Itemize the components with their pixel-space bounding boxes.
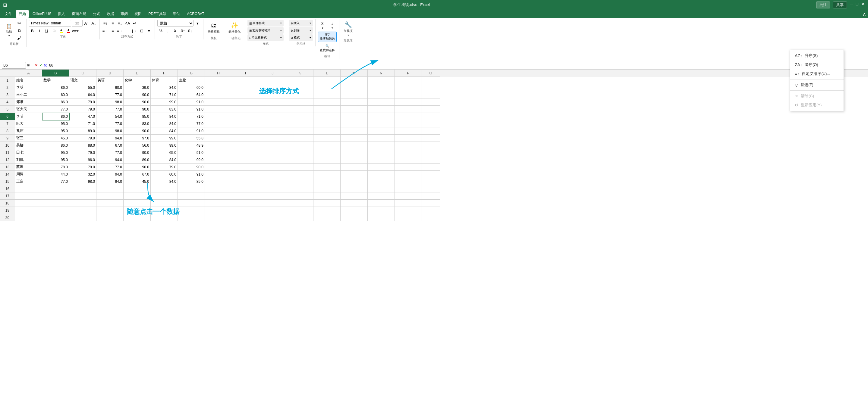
cell-m1[interactable] <box>341 77 368 84</box>
share-button[interactable]: 共享 <box>833 1 847 8</box>
cell-D8[interactable]: 98.0 <box>96 127 124 135</box>
cell-N15[interactable] <box>368 178 395 185</box>
cell-D11[interactable]: 77.0 <box>96 149 124 156</box>
merge-dropdown-button[interactable]: ▾ <box>146 27 152 34</box>
cell-D5[interactable]: 77.0 <box>96 106 124 113</box>
cell-ref-input[interactable] <box>2 62 26 69</box>
cell-B2[interactable]: 86.0 <box>42 84 69 91</box>
cell-I13[interactable] <box>232 164 259 171</box>
cell-N16[interactable] <box>368 185 395 192</box>
cell-H11[interactable] <box>205 149 232 156</box>
cell-A9[interactable]: 张三 <box>15 135 42 142</box>
cell-A12[interactable]: 刘戳 <box>15 156 42 164</box>
menu-view[interactable]: 视图 <box>131 10 145 18</box>
cell-A6[interactable]: 李节 <box>15 113 42 120</box>
menu-pdftoolbox[interactable]: PDF工具箱 <box>145 10 169 18</box>
cell-l1[interactable] <box>313 77 341 84</box>
cell-G13[interactable]: 90.0 <box>178 164 205 171</box>
cell-G9[interactable]: 55.8 <box>178 135 205 142</box>
col-header-j[interactable]: J <box>259 70 286 77</box>
cell-e1[interactable]: 化学 <box>124 77 151 84</box>
cell-P20[interactable] <box>422 214 440 221</box>
cell-L14[interactable] <box>313 171 341 178</box>
cell-I4[interactable] <box>232 98 259 106</box>
row-num-18[interactable]: 18 <box>0 200 15 207</box>
row-num-10[interactable]: 10 <box>0 142 15 149</box>
border-button[interactable]: ⊞ <box>51 27 57 34</box>
cell-N17[interactable] <box>368 192 395 200</box>
cell-M5[interactable] <box>341 106 368 113</box>
cell-H9[interactable] <box>205 135 232 142</box>
row-num-3[interactable]: 3 <box>0 91 15 98</box>
row-num-7[interactable]: 7 <box>0 120 15 127</box>
cell-K8[interactable] <box>286 127 313 135</box>
cell-A8[interactable]: 孔庙 <box>15 127 42 135</box>
text-angle-button[interactable]: ↗A <box>124 20 130 27</box>
col-header-g[interactable]: G <box>178 70 205 77</box>
format-cells-button[interactable]: ⚙ 格式 ▾ <box>289 34 313 41</box>
cell-F11[interactable]: 65.0 <box>151 149 178 156</box>
cell-D15[interactable]: 94.0 <box>96 178 124 185</box>
formula-bar-expand-icon[interactable]: ⊞ <box>27 64 30 67</box>
cell-g1[interactable]: 生物 <box>178 77 205 84</box>
cell-E4[interactable]: 90.0 <box>124 98 151 106</box>
cell-E15[interactable]: 45.0 <box>124 178 151 185</box>
cell-F10[interactable]: 99.0 <box>151 142 178 149</box>
font-size-input[interactable] <box>72 20 83 27</box>
cell-B12[interactable]: 95.0 <box>42 156 69 164</box>
cell-N3[interactable] <box>368 91 395 98</box>
cell-N8[interactable] <box>368 127 395 135</box>
align-left-button[interactable]: ≡← <box>102 27 109 34</box>
find-select-button[interactable]: 🔍 查找和选择 <box>318 43 337 54</box>
cell-K3[interactable] <box>286 91 313 98</box>
cell-I17[interactable] <box>232 192 259 200</box>
cell-F13[interactable]: 79.0 <box>151 164 178 171</box>
align-top-button[interactable]: ≡↑ <box>102 20 109 27</box>
row-num-12[interactable]: 12 <box>0 156 15 164</box>
cell-H3[interactable] <box>205 91 232 98</box>
cell-M20[interactable] <box>341 214 368 221</box>
row-num-20[interactable]: 20 <box>0 214 15 221</box>
cell-A20[interactable] <box>15 214 42 221</box>
cell-M11[interactable] <box>341 149 368 156</box>
cell-B5[interactable]: 77.0 <box>42 106 69 113</box>
cell-F5[interactable]: 83.0 <box>151 106 178 113</box>
cell-F18[interactable] <box>151 200 178 207</box>
wrap-text-button[interactable]: ↵ <box>131 20 138 27</box>
cell-n1[interactable] <box>368 77 395 84</box>
cell-A17[interactable] <box>15 192 42 200</box>
cell-k1[interactable] <box>286 77 313 84</box>
cell-H13[interactable] <box>205 164 232 171</box>
cell-L4[interactable] <box>313 98 341 106</box>
cell-L10[interactable] <box>313 142 341 149</box>
cell-N18[interactable] <box>368 200 395 207</box>
cell-H2[interactable] <box>205 84 232 91</box>
number-format-dropdown[interactable]: ▾ <box>194 20 201 27</box>
cell-C5[interactable]: 79.0 <box>69 106 96 113</box>
cell-E2[interactable]: 39.0 <box>124 84 151 91</box>
cell-P15[interactable] <box>422 178 440 185</box>
table-template-button[interactable]: 🗂 表格模板 <box>206 20 221 36</box>
row-num-5[interactable]: 5 <box>0 106 15 113</box>
cell-E7[interactable]: 83.0 <box>124 120 151 127</box>
merge-button[interactable]: ⊡ <box>138 27 145 34</box>
menu-file[interactable]: 文件 <box>2 10 15 18</box>
cell-K11[interactable] <box>286 149 313 156</box>
cell-H5[interactable] <box>205 106 232 113</box>
cell-D6[interactable]: 54.0 <box>96 113 124 120</box>
row-num-6[interactable]: 6 <box>0 113 15 120</box>
cell-A4[interactable]: 郑准 <box>15 98 42 106</box>
cell-O13[interactable] <box>395 164 422 171</box>
cell-L20[interactable] <box>313 214 341 221</box>
cell-I14[interactable] <box>232 171 259 178</box>
cell-D12[interactable]: 94.0 <box>96 156 124 164</box>
cell-E16[interactable] <box>124 185 151 192</box>
cell-G3[interactable]: 64.0 <box>178 91 205 98</box>
cell-I9[interactable] <box>232 135 259 142</box>
cell-H19[interactable] <box>205 207 232 214</box>
cell-M2[interactable] <box>341 84 368 91</box>
cell-K10[interactable] <box>286 142 313 149</box>
cell-C7[interactable]: 71.0 <box>69 120 96 127</box>
cell-A3[interactable]: 王小二 <box>15 91 42 98</box>
cell-F3[interactable]: 71.0 <box>151 91 178 98</box>
